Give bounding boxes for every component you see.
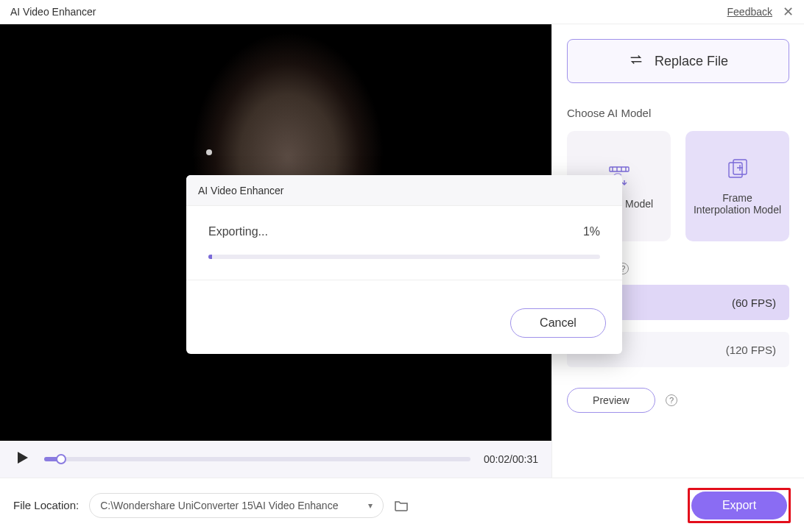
model-card-frame-interpolation[interactable]: Frame Interpolation Model xyxy=(685,131,789,241)
export-label: Export xyxy=(722,499,756,512)
close-icon[interactable]: ✕ xyxy=(783,5,794,18)
app-title: AI Video Enhancer xyxy=(10,6,96,18)
fps-option-60-fps: (60 FPS) xyxy=(732,297,776,309)
swap-icon xyxy=(628,52,644,71)
play-icon xyxy=(13,449,31,467)
seek-slider[interactable] xyxy=(44,457,470,461)
file-location-select[interactable]: C:\Wondershare UniConverter 15\AI Video … xyxy=(89,493,384,518)
export-progress xyxy=(208,255,600,259)
cancel-button[interactable]: Cancel xyxy=(510,308,606,338)
replace-file-label: Replace File xyxy=(655,54,728,69)
choose-model-heading: Choose AI Model xyxy=(567,107,789,119)
modal-divider xyxy=(186,280,622,280)
chevron-down-icon: ▾ xyxy=(368,500,373,511)
preview-button[interactable]: Preview xyxy=(567,388,655,413)
footer: File Location: C:\Wondershare UniConvert… xyxy=(0,478,804,532)
folder-icon xyxy=(394,499,409,512)
export-highlight: Export xyxy=(688,488,791,523)
player-bar: 00:02/00:31 xyxy=(0,441,551,478)
preview-row: Preview ? xyxy=(567,388,789,413)
replace-file-button[interactable]: Replace File xyxy=(567,39,789,83)
export-percent: 1% xyxy=(583,225,600,238)
open-folder-button[interactable] xyxy=(394,499,409,512)
export-modal: AI Video Enhancer Exporting... 1% Cancel xyxy=(186,175,622,354)
seek-thumb[interactable] xyxy=(56,454,66,464)
model-frame-interp-label: Frame Interpolation Model xyxy=(693,192,782,216)
modal-title: AI Video Enhancer xyxy=(186,175,622,206)
export-button[interactable]: Export xyxy=(691,492,787,519)
titlebar: AI Video Enhancer Feedback ✕ xyxy=(0,0,804,24)
file-location-path: C:\Wondershare UniConverter 15\AI Video … xyxy=(100,500,338,511)
cancel-label: Cancel xyxy=(540,316,576,330)
play-button[interactable] xyxy=(13,449,31,469)
preview-help-icon[interactable]: ? xyxy=(666,394,677,406)
file-location-label: File Location: xyxy=(13,499,79,511)
frame-interpolation-icon xyxy=(725,157,750,182)
fps-option-120-fps: (120 FPS) xyxy=(726,344,776,356)
feedback-link[interactable]: Feedback xyxy=(727,6,772,18)
time-display: 00:02/00:31 xyxy=(484,453,538,465)
export-status: Exporting... xyxy=(208,225,268,238)
export-progress-fill xyxy=(208,255,212,259)
preview-label: Preview xyxy=(593,394,630,406)
